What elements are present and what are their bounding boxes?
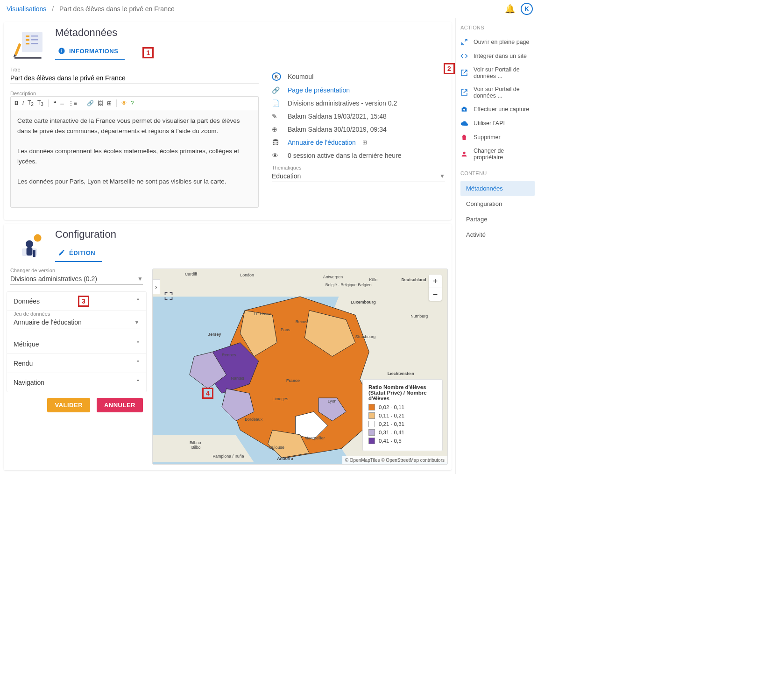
svg-text:Luxembourg: Luxembourg	[351, 300, 376, 304]
annuler-button[interactable]: ANNULER	[97, 398, 143, 412]
svg-text:Paris: Paris	[281, 327, 290, 332]
tab-edition[interactable]: ÉDITION	[55, 246, 102, 262]
section-metrique-label: Métrique	[14, 340, 39, 348]
bold-button[interactable]: B	[14, 100, 19, 106]
nav-partage[interactable]: Partage	[460, 212, 535, 227]
svg-text:Le Havre: Le Havre	[254, 311, 271, 316]
action-label: Intégrer dans un site	[474, 53, 527, 59]
chevron-down-icon: ˅	[136, 379, 140, 386]
image-button[interactable]: 🖼	[98, 100, 103, 106]
ul-button[interactable]: ⋮≡	[68, 100, 77, 106]
italic-button[interactable]: I	[22, 100, 24, 106]
action-open-fullpage[interactable]: Ouvrir en pleine page	[460, 35, 535, 49]
marker-1: 1	[142, 47, 154, 58]
heading3-button[interactable]: T3	[37, 99, 43, 107]
pencil-tab-icon	[58, 249, 65, 256]
action-portal-2[interactable]: Voir sur Portail de données ...	[460, 83, 535, 102]
svg-rect-9	[61, 50, 62, 53]
breadcrumb: Visualisations / Part des élèves dans le…	[7, 5, 505, 13]
section-metrique[interactable]: Métrique ˅	[7, 335, 146, 354]
presentation-link[interactable]: Page de présentation	[288, 86, 350, 94]
svg-text:België - Belgique
Belgien: België - Belgique Belgien	[325, 283, 372, 288]
dataset-select[interactable]: Annuaire de l'éducation ▼	[14, 317, 140, 328]
svg-text:Limoges: Limoges	[272, 396, 288, 401]
table-button[interactable]: ⊞	[107, 100, 112, 106]
svg-text:London: London	[240, 273, 254, 277]
svg-text:Antwerpen: Antwerpen	[323, 275, 343, 279]
version-value: Divisions administratives (0.2)	[10, 275, 97, 283]
theme-select[interactable]: Education ▼	[272, 170, 445, 182]
section-rendu-label: Rendu	[14, 360, 33, 367]
description-editor[interactable]: Cette carte interactive de la France vou…	[10, 110, 259, 208]
theme-label: Thématiques	[272, 165, 445, 170]
description-p2: Les données comprennent les écoles mater…	[17, 146, 252, 166]
action-label: Utiliser l'API	[474, 120, 505, 127]
action-capture[interactable]: Effectuer une capture	[460, 102, 535, 116]
chevron-down-icon: ▼	[439, 173, 445, 179]
zoom-out-button[interactable]: −	[429, 288, 442, 301]
table-icon[interactable]: ⊞	[362, 139, 367, 146]
config-title: Configuration	[55, 224, 116, 240]
quote-button[interactable]: ❝	[53, 100, 56, 106]
ol-button[interactable]: ≣	[60, 100, 64, 106]
breadcrumb-current: Part des élèves dans le privé en France	[59, 5, 175, 13]
action-owner[interactable]: Changer de propriétaire	[460, 144, 535, 164]
camera-icon	[460, 106, 468, 113]
external-icon	[460, 89, 468, 96]
nav-activite[interactable]: Activité	[460, 227, 535, 242]
title-input[interactable]	[10, 72, 259, 84]
version-select[interactable]: Divisions administratives (0.2) ▼	[10, 273, 143, 285]
section-rendu[interactable]: Rendu ˅	[7, 354, 146, 373]
external-icon	[460, 69, 468, 77]
action-label: Effectuer une capture	[474, 106, 529, 113]
tab-informations[interactable]: INFORMATIONS	[55, 44, 125, 60]
rich-text-toolbar: B I T2 T3 ❝ ≣ ⋮≡	[10, 96, 259, 110]
svg-text:Nürnberg: Nürnberg	[410, 314, 428, 318]
svg-text:Rennes: Rennes	[222, 353, 236, 358]
svg-text:Pamplona / Iruña: Pamplona / Iruña	[212, 454, 244, 459]
svg-text:Cardiff: Cardiff	[185, 272, 197, 276]
tab-informations-label: INFORMATIONS	[69, 48, 118, 55]
svg-text:Köln: Köln	[369, 277, 377, 282]
zoom-in-button[interactable]: +	[429, 275, 442, 288]
fullscreen-icon[interactable]	[164, 291, 173, 301]
config-illustration	[4, 224, 55, 266]
svg-point-15	[34, 234, 42, 242]
map-collapse-icon[interactable]: ›	[153, 279, 160, 294]
version-label: Changer de version	[10, 268, 143, 273]
action-portal-1[interactable]: Voir sur Portail de données ...	[460, 63, 535, 83]
svg-rect-10	[61, 49, 62, 49]
plus-circle-icon: ⊕	[272, 126, 281, 133]
svg-text:Strasbourg: Strasbourg	[355, 334, 375, 339]
preview-button[interactable]: 👁	[121, 100, 127, 106]
updated-by: Balam Saldana 19/03/2021, 15:48	[288, 113, 387, 120]
section-donnees[interactable]: Données ˄	[7, 292, 146, 311]
valider-button[interactable]: VALIDER	[47, 398, 90, 412]
link-button[interactable]: 🔗	[87, 100, 94, 106]
legend-label: 0,11 - 0,21	[379, 413, 404, 418]
chevron-down-icon: ˅	[136, 340, 140, 348]
notifications-icon[interactable]: 🔔	[505, 4, 515, 14]
heading2-button[interactable]: T2	[28, 99, 34, 107]
pencil-icon: ✎	[272, 113, 281, 120]
sessions-info: 0 session active dans la dernière heure	[288, 152, 402, 159]
org-name: Koumoul	[288, 73, 313, 80]
dataset-link[interactable]: Annuaire de l'éducation	[288, 139, 356, 146]
svg-rect-6	[31, 43, 38, 44]
chevron-down-icon: ˅	[136, 360, 140, 367]
map-attribution: © OpenMapTiles © OpenStreetMap contribut…	[342, 456, 447, 464]
breadcrumb-root[interactable]: Visualisations	[7, 5, 46, 13]
action-delete[interactable]: Supprimer	[460, 130, 535, 144]
marker-2: 2	[444, 63, 455, 74]
action-api[interactable]: Utiliser l'API	[460, 116, 535, 130]
map-canvas[interactable]: Cardiff London Antwerpen België - Belgiq…	[152, 269, 448, 465]
app-logo-icon[interactable]: K	[521, 3, 533, 15]
help-button[interactable]: ?	[131, 100, 134, 106]
nav-configuration[interactable]: Configuration	[460, 196, 535, 212]
nav-metadonnees[interactable]: Métadonnées	[460, 181, 535, 196]
svg-text:France: France	[286, 378, 300, 383]
action-embed[interactable]: Intégrer dans un site	[460, 49, 535, 63]
svg-rect-1	[26, 35, 29, 37]
section-navigation[interactable]: Navigation ˅	[7, 373, 146, 392]
metadata-illustration	[4, 22, 55, 64]
